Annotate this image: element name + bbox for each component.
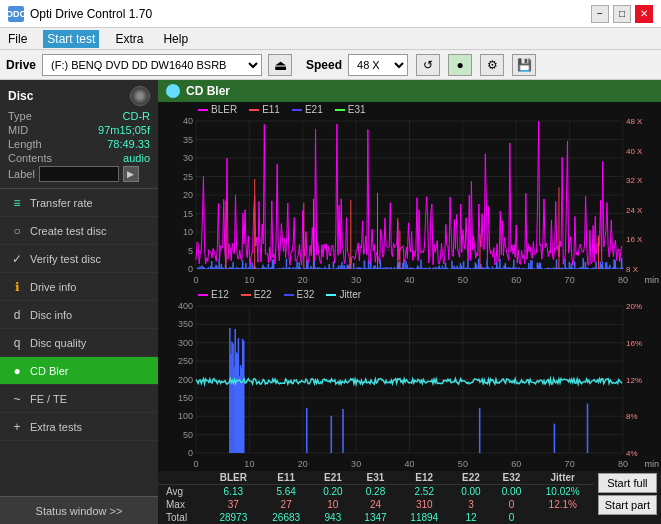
extra-tests-icon: + (10, 420, 24, 434)
menu-file[interactable]: File (4, 30, 31, 48)
status-window-button[interactable]: Status window >> (0, 496, 158, 524)
sidebar-nav: ≡ Transfer rate ○ Create test disc ✓ Ver… (0, 189, 158, 496)
nav-disc-quality[interactable]: q Disc quality (0, 329, 158, 357)
menu-bar: File Start test Extra Help (0, 28, 661, 50)
start-part-button[interactable]: Start part (598, 495, 657, 515)
nav-create-test-disc[interactable]: ○ Create test disc (0, 217, 158, 245)
max-label: Max (158, 498, 207, 511)
eject-button[interactable]: ⏏ (268, 54, 292, 76)
fe-te-icon: ~ (10, 392, 24, 406)
total-e21: 943 (313, 511, 354, 524)
nav-transfer-rate[interactable]: ≡ Transfer rate (0, 189, 158, 217)
close-button[interactable]: ✕ (635, 5, 653, 23)
nav-transfer-rate-label: Transfer rate (30, 197, 93, 209)
start-full-button[interactable]: Start full (598, 473, 657, 493)
app-title: Opti Drive Control 1.70 (30, 7, 152, 21)
disc-quality-icon: q (10, 336, 24, 350)
refresh-button[interactable]: ↺ (416, 54, 440, 76)
col-e11: E11 (260, 471, 313, 485)
nav-drive-info-label: Drive info (30, 281, 76, 293)
verify-test-disc-icon: ✓ (10, 252, 24, 266)
speed-select[interactable]: 48 X (348, 54, 408, 76)
nav-drive-info[interactable]: ℹ Drive info (0, 273, 158, 301)
disc-length-val: 78:49.33 (107, 138, 150, 150)
total-bler: 28973 (207, 511, 260, 524)
total-e12: 11894 (398, 511, 451, 524)
settings-button[interactable]: ⚙ (480, 54, 504, 76)
drive-label: Drive (6, 58, 36, 72)
col-e21: E21 (313, 471, 354, 485)
avg-e12: 2.52 (398, 485, 451, 499)
max-e31: 24 (353, 498, 398, 511)
menu-help[interactable]: Help (159, 30, 192, 48)
disc-contents-key: Contents (8, 152, 52, 164)
avg-label: Avg (158, 485, 207, 499)
menu-start-test[interactable]: Start test (43, 30, 99, 48)
avg-e31: 0.28 (353, 485, 398, 499)
avg-e32: 0.00 (491, 485, 532, 499)
nav-extra-tests[interactable]: + Extra tests (0, 413, 158, 441)
record-button[interactable]: ● (448, 54, 472, 76)
disc-icon (130, 86, 150, 106)
disc-length-key: Length (8, 138, 42, 150)
start-buttons: Start full Start part (594, 471, 661, 524)
nav-verify-test-disc[interactable]: ✓ Verify test disc (0, 245, 158, 273)
max-e21: 10 (313, 498, 354, 511)
col-e12: E12 (398, 471, 451, 485)
disc-info-icon: d (10, 308, 24, 322)
legend-e22: E22 (241, 289, 272, 300)
maximize-button[interactable]: □ (613, 5, 631, 23)
col-e32: E32 (491, 471, 532, 485)
avg-jitter: 10.02% (532, 485, 594, 499)
disc-mid-val: 97m15;05f (98, 124, 150, 136)
total-e22: 12 (451, 511, 492, 524)
menu-extra[interactable]: Extra (111, 30, 147, 48)
disc-label-input[interactable] (39, 166, 119, 182)
disc-contents-val: audio (123, 152, 150, 164)
nav-disc-info[interactable]: d Disc info (0, 301, 158, 329)
legend-e21-label: E21 (305, 104, 323, 115)
legend-e31: E31 (335, 104, 366, 115)
transfer-rate-icon: ≡ (10, 196, 24, 210)
drive-select[interactable]: (F:) BENQ DVD DD DW1640 BSRB (42, 54, 262, 76)
cd-bler-icon: ● (10, 364, 24, 378)
total-e32: 0 (491, 511, 532, 524)
legend-e32-label: E32 (297, 289, 315, 300)
disc-label-row: Label ▶ (8, 166, 150, 182)
avg-e21: 0.20 (313, 485, 354, 499)
disc-label-btn[interactable]: ▶ (123, 166, 139, 182)
legend-e31-label: E31 (348, 104, 366, 115)
drive-bar: Drive (F:) BENQ DVD DD DW1640 BSRB ⏏ Spe… (0, 50, 661, 80)
nav-fe-te[interactable]: ~ FE / TE (0, 385, 158, 413)
main-layout: Disc Type CD-R MID 97m15;05f Length 78:4… (0, 80, 661, 524)
stats-max-row: Max 37 27 10 24 310 3 0 12.1% (158, 498, 594, 511)
stats-table: BLER E11 E21 E31 E12 E22 E32 Jitter Avg (158, 471, 594, 524)
legend-e22-label: E22 (254, 289, 272, 300)
chart-title: CD Bler (186, 84, 230, 98)
disc-label-key: Label (8, 168, 35, 180)
chart-icon (166, 84, 180, 98)
drive-info-icon: ℹ (10, 280, 24, 294)
legend-e32: E32 (284, 289, 315, 300)
avg-e22: 0.00 (451, 485, 492, 499)
disc-contents-row: Contents audio (8, 152, 150, 164)
total-e31: 1347 (353, 511, 398, 524)
col-e22: E22 (451, 471, 492, 485)
total-e11: 26683 (260, 511, 313, 524)
disc-mid-row: MID 97m15;05f (8, 124, 150, 136)
col-label (158, 471, 207, 485)
create-test-disc-icon: ○ (10, 224, 24, 238)
top-chart-canvas (158, 117, 661, 287)
disc-section: Disc Type CD-R MID 97m15;05f Length 78:4… (0, 80, 158, 189)
save-button[interactable]: 💾 (512, 54, 536, 76)
minimize-button[interactable]: − (591, 5, 609, 23)
legend-jitter: Jitter (326, 289, 361, 300)
legend-bler-label: BLER (211, 104, 237, 115)
legend-e12: E12 (198, 289, 229, 300)
legend-bler: BLER (198, 104, 237, 115)
nav-cd-bler[interactable]: ● CD Bler (0, 357, 158, 385)
bottom-chart-area (158, 302, 661, 471)
legend-e11: E11 (249, 104, 280, 115)
title-bar-controls: − □ ✕ (591, 5, 653, 23)
max-jitter: 12.1% (532, 498, 594, 511)
